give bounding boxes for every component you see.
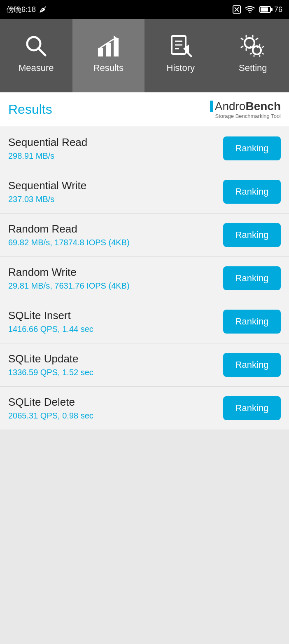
status-right: 76 <box>232 5 282 14</box>
search-icon <box>24 34 49 59</box>
result-name-sqlite-delete: SQLite Delete <box>8 396 93 409</box>
ranking-button-random-write[interactable]: Ranking <box>223 266 281 290</box>
history-doc-icon <box>168 34 193 59</box>
ranking-button-sequential-read[interactable]: Ranking <box>223 136 281 160</box>
result-row-sequential-read: Sequential Read 298.91 MB/s Ranking <box>0 127 289 170</box>
tab-history[interactable]: History <box>144 19 217 92</box>
result-row-sqlite-delete: SQLite Delete 2065.31 QPS, 0.98 sec Rank… <box>0 387 289 430</box>
tab-results[interactable]: Results <box>72 19 145 92</box>
svg-rect-7 <box>114 38 119 56</box>
result-name-sequential-write: Sequential Write <box>8 179 86 192</box>
brand-bench: Bench <box>245 100 281 113</box>
result-info-sequential-read: Sequential Read 298.91 MB/s <box>8 136 87 161</box>
result-name-random-write: Random Write <box>8 266 130 279</box>
wifi-icon <box>245 5 255 14</box>
results-chart-icon <box>96 34 121 59</box>
battery-icon <box>259 6 271 13</box>
result-row-sqlite-insert: SQLite Insert 1416.66 QPS, 1.44 sec Rank… <box>0 300 289 343</box>
svg-line-4 <box>38 48 45 55</box>
result-value-sqlite-delete: 2065.31 QPS, 0.98 sec <box>8 411 93 421</box>
brand-name: AndroBench <box>210 100 281 113</box>
result-info-random-read: Random Read 69.82 MB/s, 17874.8 IOPS (4K… <box>8 223 130 247</box>
status-bar: 傍晚6:18 🌶 76 <box>0 0 289 19</box>
ranking-button-random-read[interactable]: Ranking <box>223 223 281 247</box>
result-row-sqlite-update: SQLite Update 1336.59 QPS, 1.52 sec Rank… <box>0 343 289 387</box>
result-value-sequential-write: 237.03 MB/s <box>8 195 86 204</box>
svg-point-15 <box>245 38 254 48</box>
flame-icon: 🌶 <box>39 5 47 14</box>
nav-tabs: Measure Results History Setting <box>0 19 289 92</box>
result-name-sqlite-update: SQLite Update <box>8 353 93 365</box>
brand-andro: Andro <box>215 100 246 113</box>
tab-setting-label: Setting <box>239 63 267 73</box>
close-icon <box>232 5 241 14</box>
result-name-sqlite-insert: SQLite Insert <box>8 309 93 322</box>
result-value-sqlite-insert: 1416.66 QPS, 1.44 sec <box>8 324 93 334</box>
tab-setting[interactable]: Setting <box>217 19 289 92</box>
result-info-sequential-write: Sequential Write 237.03 MB/s <box>8 179 86 204</box>
result-row-random-read: Random Read 69.82 MB/s, 17874.8 IOPS (4K… <box>0 214 289 257</box>
result-value-sqlite-update: 1336.59 QPS, 1.52 sec <box>8 368 93 377</box>
tab-measure[interactable]: Measure <box>0 19 72 92</box>
tab-results-label: Results <box>93 63 124 73</box>
result-value-random-write: 29.81 MB/s, 7631.76 IOPS (4KB) <box>8 281 130 291</box>
brand-accent <box>210 101 213 112</box>
tab-measure-label: Measure <box>19 63 54 73</box>
result-info-sqlite-insert: SQLite Insert 1416.66 QPS, 1.44 sec <box>8 309 93 334</box>
ranking-button-sqlite-delete[interactable]: Ranking <box>223 396 281 420</box>
page-title: Results <box>8 102 52 117</box>
status-time: 傍晚6:18 <box>7 5 36 14</box>
result-row-sequential-write: Sequential Write 237.03 MB/s Ranking <box>0 170 289 214</box>
results-header: Results AndroBench Storage Benchmarking … <box>0 92 289 127</box>
brand-subtitle: Storage Benchmarking Tool <box>215 113 281 119</box>
brand-logo: AndroBench Storage Benchmarking Tool <box>210 100 281 119</box>
settings-icon <box>240 34 265 59</box>
result-info-sqlite-delete: SQLite Delete 2065.31 QPS, 0.98 sec <box>8 396 93 421</box>
result-row-random-write: Random Write 29.81 MB/s, 7631.76 IOPS (4… <box>0 257 289 300</box>
ranking-button-sequential-write[interactable]: Ranking <box>223 180 281 204</box>
result-value-random-read: 69.82 MB/s, 17874.8 IOPS (4KB) <box>8 238 130 247</box>
battery-level: 76 <box>274 5 282 14</box>
result-value-sequential-read: 298.91 MB/s <box>8 151 87 161</box>
tab-history-label: History <box>167 63 195 73</box>
result-info-sqlite-update: SQLite Update 1336.59 QPS, 1.52 sec <box>8 353 93 377</box>
ranking-button-sqlite-insert[interactable]: Ranking <box>223 310 281 334</box>
results-list: Sequential Read 298.91 MB/s Ranking Sequ… <box>0 127 289 430</box>
svg-rect-6 <box>106 43 111 56</box>
result-info-random-write: Random Write 29.81 MB/s, 7631.76 IOPS (4… <box>8 266 130 291</box>
result-name-random-read: Random Read <box>8 223 130 235</box>
ranking-button-sqlite-update[interactable]: Ranking <box>223 353 281 377</box>
result-name-sequential-read: Sequential Read <box>8 136 87 149</box>
status-left: 傍晚6:18 🌶 <box>7 5 47 14</box>
